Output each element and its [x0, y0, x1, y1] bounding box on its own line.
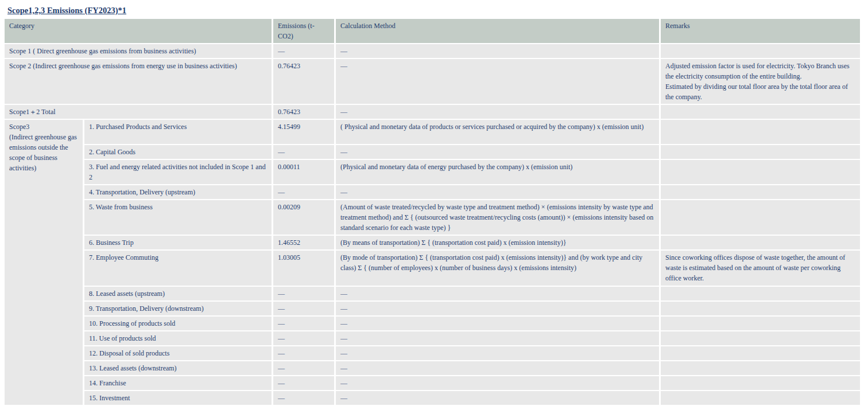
- scope3-row-9: 9. Transportation, Delivery (downstream)…: [5, 302, 860, 315]
- remarks-cell: Adjusted emission factor is used for ele…: [661, 59, 860, 104]
- emissions-cell: —: [273, 376, 334, 390]
- calculation-cell: —: [336, 105, 659, 119]
- emissions-cell: 0.76423: [273, 59, 334, 104]
- emissions-cell: —: [273, 145, 334, 159]
- page-title: Scope1,2,3 Emissions (FY2023)*1: [7, 6, 126, 15]
- category-cell: 12. Disposal of sold products: [84, 346, 272, 360]
- category-cell: 10. Processing of products sold: [84, 317, 272, 330]
- category-cell: 11. Use of products sold: [84, 331, 272, 345]
- emissions-table: Category Emissions (t-CO2) Calculation M…: [3, 18, 862, 406]
- category-cell: 8. Leased assets (upstream): [84, 287, 272, 300]
- scope12-total-row: Scope1＋2 Total 0.76423 —: [5, 105, 860, 119]
- category-cell: 7. Employee Commuting: [84, 251, 272, 286]
- remarks-cell: [661, 200, 860, 235]
- remarks-cell: [661, 105, 860, 119]
- scope3-row-1: Scope3 (Indirect greenhouse gas emission…: [5, 120, 860, 144]
- remarks-cell: [661, 145, 860, 159]
- remarks-cell: [661, 391, 860, 405]
- scope3-row-10: 10. Processing of products sold — —: [5, 317, 860, 330]
- scope3-row-13: 13. Leased assets (downstream) — —: [5, 361, 860, 375]
- remarks-cell: [661, 361, 860, 375]
- emissions-cell: 1.03005: [273, 251, 334, 286]
- emissions-cell: —: [273, 44, 334, 58]
- calculation-cell: —: [336, 346, 659, 360]
- remarks-cell: [661, 346, 860, 360]
- calculation-cell: (Amount of waste treated/recycled by was…: [336, 200, 659, 235]
- emissions-cell: —: [273, 317, 334, 330]
- emissions-cell: —: [273, 361, 334, 375]
- category-cell: 15. Investment: [84, 391, 272, 405]
- header-row: Category Emissions (t-CO2) Calculation M…: [5, 19, 860, 43]
- emissions-cell: —: [273, 302, 334, 315]
- category-cell: Scope1＋2 Total: [5, 105, 272, 119]
- scope1-row: Scope 1 ( Direct greenhouse gas emission…: [5, 44, 860, 58]
- calculation-cell: —: [336, 302, 659, 315]
- column-header-category: Category: [5, 19, 272, 43]
- column-header-emissions: Emissions (t-CO2): [273, 19, 334, 43]
- scope3-row-12: 12. Disposal of sold products — —: [5, 346, 860, 360]
- scope3-row-15: 15. Investment — —: [5, 391, 860, 405]
- category-cell: 1. Purchased Products and Services: [84, 120, 272, 144]
- scope3-row-11: 11. Use of products sold — —: [5, 331, 860, 345]
- scope3-row-4: 4. Transportation, Delivery (upstream) —…: [5, 185, 860, 199]
- column-header-calculation-method: Calculation Method: [336, 19, 659, 43]
- remarks-cell: [661, 44, 860, 58]
- emissions-cell: —: [273, 346, 334, 360]
- emissions-cell: 4.15499: [273, 120, 334, 144]
- emissions-cell: —: [273, 185, 334, 199]
- category-cell: 13. Leased assets (downstream): [84, 361, 272, 375]
- scope3-row-5: 5. Waste from business 0.00209 (Amount o…: [5, 200, 860, 235]
- category-cell: 5. Waste from business: [84, 200, 272, 235]
- category-cell: 3. Fuel and energy related activities no…: [84, 160, 272, 184]
- remarks-cell: [661, 236, 860, 249]
- remarks-cell: [661, 376, 860, 390]
- emissions-cell: —: [273, 331, 334, 345]
- calculation-cell: —: [336, 361, 659, 375]
- calculation-cell: (Physical and monetary data of energy pu…: [336, 160, 659, 184]
- remarks-cell: [661, 302, 860, 315]
- category-cell: 2. Capital Goods: [84, 145, 272, 159]
- category-cell: 6. Business Trip: [84, 236, 272, 249]
- category-cell: 14. Franchise: [84, 376, 272, 390]
- calculation-cell: —: [336, 287, 659, 300]
- emissions-cell: 0.00011: [273, 160, 334, 184]
- calculation-cell: —: [336, 145, 659, 159]
- calculation-cell: —: [336, 376, 659, 390]
- calculation-cell: —: [336, 317, 659, 330]
- remarks-cell: [661, 317, 860, 330]
- calculation-cell: —: [336, 391, 659, 405]
- calculation-cell: ( Physical and monetary data of products…: [336, 120, 659, 144]
- remarks-cell: [661, 331, 860, 345]
- emissions-cell: 0.00209: [273, 200, 334, 235]
- remarks-cell: [661, 185, 860, 199]
- calculation-cell: (By mode of transportation) Σ { (transpo…: [336, 251, 659, 286]
- remarks-cell: Since coworking offices dispose of waste…: [661, 251, 860, 286]
- calculation-cell: —: [336, 185, 659, 199]
- scope2-row: Scope 2 (Indirect greenhouse gas emissio…: [5, 59, 860, 104]
- emissions-cell: 0.76423: [273, 105, 334, 119]
- scope3-row-3: 3. Fuel and energy related activities no…: [5, 160, 860, 184]
- scope3-row-2: 2. Capital Goods — —: [5, 145, 860, 159]
- category-cell: Scope 2 (Indirect greenhouse gas emissio…: [5, 59, 272, 104]
- emissions-cell: 1.46552: [273, 236, 334, 249]
- calculation-cell: —: [336, 44, 659, 58]
- calculation-cell: (By means of transportation) Σ { (transp…: [336, 236, 659, 249]
- remarks-cell: [661, 287, 860, 300]
- remarks-cell: [661, 160, 860, 184]
- page: Scope1,2,3 Emissions (FY2023)*1 Category…: [0, 0, 868, 406]
- calculation-cell: —: [336, 59, 659, 104]
- scope3-row-14: 14. Franchise — —: [5, 376, 860, 390]
- scope3-row-6: 6. Business Trip 1.46552 (By means of tr…: [5, 236, 860, 249]
- scope3-row-7: 7. Employee Commuting 1.03005 (By mode o…: [5, 251, 860, 286]
- scope3-label-cell: Scope3 (Indirect greenhouse gas emission…: [5, 120, 83, 405]
- calculation-cell: —: [336, 331, 659, 345]
- emissions-cell: —: [273, 287, 334, 300]
- category-cell: 9. Transportation, Delivery (downstream): [84, 302, 272, 315]
- remarks-cell: [661, 120, 860, 144]
- scope3-row-8: 8. Leased assets (upstream) — —: [5, 287, 860, 300]
- emissions-cell: —: [273, 391, 334, 405]
- column-header-remarks: Remarks: [661, 19, 860, 43]
- category-cell: 4. Transportation, Delivery (upstream): [84, 185, 272, 199]
- category-cell: Scope 1 ( Direct greenhouse gas emission…: [5, 44, 272, 58]
